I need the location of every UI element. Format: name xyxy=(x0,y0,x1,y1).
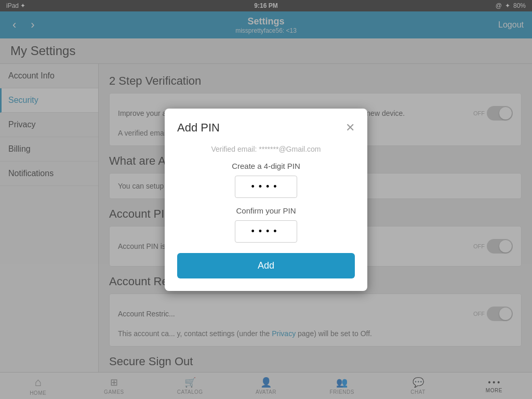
confirm-pin-label: Confirm your PIN xyxy=(177,206,355,215)
modal-email: Verified email: *******@Gmail.com xyxy=(177,145,355,153)
modal-title: Add PIN xyxy=(177,121,220,135)
create-pin-input-wrapper xyxy=(177,176,355,198)
modal-header: Add PIN ✕ xyxy=(177,121,355,135)
create-pin-label: Create a 4-digit PIN xyxy=(177,162,355,170)
confirm-pin-input-wrapper xyxy=(177,220,355,243)
add-pin-button[interactable]: Add xyxy=(177,253,355,278)
modal-overlay[interactable]: Add PIN ✕ Verified email: *******@Gmail.… xyxy=(0,0,532,399)
create-pin-input[interactable] xyxy=(235,176,297,198)
confirm-pin-input[interactable] xyxy=(235,220,297,243)
modal-close-button[interactable]: ✕ xyxy=(345,122,355,134)
add-pin-modal: Add PIN ✕ Verified email: *******@Gmail.… xyxy=(165,109,367,291)
